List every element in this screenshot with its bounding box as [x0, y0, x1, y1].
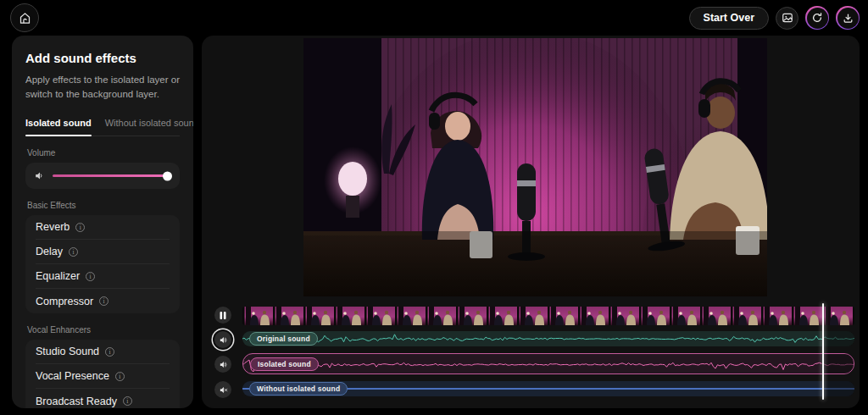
- effect-equalizer[interactable]: Equalizer: [36, 264, 170, 289]
- refresh-icon: [811, 12, 823, 24]
- volume-slider[interactable]: [53, 174, 171, 177]
- speaker-icon: [34, 170, 45, 181]
- video-preview[interactable]: [303, 38, 767, 296]
- info-icon[interactable]: [99, 296, 108, 306]
- mute-toggle-without-isolated-sound[interactable]: [214, 381, 231, 398]
- tab-isolated-sound[interactable]: Isolated sound: [25, 118, 92, 128]
- video-filmstrip[interactable]: [242, 307, 854, 325]
- track-original-sound[interactable]: Original sound: [242, 331, 854, 346]
- track-without-isolated-sound[interactable]: Without isolated sound: [242, 381, 854, 396]
- info-icon[interactable]: [75, 223, 85, 232]
- effect-broadcast-ready[interactable]: Broadcast Ready: [36, 389, 170, 408]
- track-unplayed-region: [821, 354, 854, 374]
- info-icon[interactable]: [69, 247, 78, 257]
- tab-without-isolated-sound[interactable]: Without isolated sound: [105, 118, 193, 128]
- track-unplayed-region: [822, 381, 854, 396]
- mute-toggle-isolated-sound[interactable]: [214, 356, 231, 373]
- download-button[interactable]: [836, 6, 860, 30]
- timeline-tracks: Original sound Isolated sound Without is…: [242, 303, 854, 400]
- editor-panel: Original sound Isolated sound Without is…: [202, 36, 860, 408]
- regenerate-button[interactable]: [805, 6, 829, 30]
- info-icon[interactable]: [105, 347, 114, 357]
- vocal-enhancers-list: Studio Sound Vocal Presence Broadcast Re…: [25, 340, 180, 408]
- image-icon: [782, 12, 793, 24]
- panel-description: Apply effects to the isolated layer or s…: [25, 73, 180, 101]
- track-label-original-sound: Original sound: [249, 332, 318, 346]
- top-bar: Start Over: [0, 0, 868, 36]
- effect-vocal-presence[interactable]: Vocal Presence: [36, 364, 170, 389]
- panel-title: Add sound effects: [25, 51, 180, 65]
- basic-effects-list: Reverb Delay Equalizer Compressor: [25, 215, 180, 313]
- volume-slider-thumb[interactable]: [163, 171, 172, 180]
- track-label-without-isolated-sound: Without isolated sound: [249, 382, 348, 396]
- speaker-muted-icon: [219, 385, 228, 395]
- pause-button[interactable]: [214, 307, 231, 324]
- track-label-isolated-sound: Isolated sound: [250, 357, 319, 371]
- home-icon: [19, 12, 31, 25]
- mute-toggle-original-sound[interactable]: [214, 331, 231, 348]
- download-icon: [843, 13, 854, 24]
- vocal-enhancers-label: Vocal Enhancers: [27, 325, 178, 335]
- speaker-on-icon: [219, 335, 228, 345]
- speaker-on-icon: [219, 360, 228, 369]
- effect-studio-sound[interactable]: Studio Sound: [36, 340, 170, 364]
- sound-effects-panel: Add sound effects Apply effects to the i…: [12, 36, 193, 408]
- pause-icon: [220, 312, 226, 319]
- volume-label: Volume: [27, 148, 178, 158]
- track-unplayed-region: [822, 331, 854, 346]
- effect-delay[interactable]: Delay: [36, 240, 170, 264]
- effect-compressor[interactable]: Compressor: [36, 289, 170, 313]
- playhead[interactable]: [822, 303, 825, 400]
- video-frame: [303, 38, 767, 296]
- info-icon[interactable]: [115, 372, 125, 381]
- info-icon[interactable]: [123, 396, 132, 406]
- basic-effects-label: Basic Effects: [27, 201, 178, 210]
- layer-tabs: Isolated sound Without isolated sound: [25, 118, 180, 136]
- volume-control: [25, 163, 180, 189]
- info-icon[interactable]: [86, 272, 95, 281]
- effect-reverb[interactable]: Reverb: [36, 215, 170, 240]
- home-button[interactable]: [10, 3, 39, 32]
- start-over-button[interactable]: Start Over: [689, 7, 769, 30]
- media-gallery-button[interactable]: [776, 7, 798, 30]
- track-isolated-sound[interactable]: Isolated sound: [242, 353, 854, 374]
